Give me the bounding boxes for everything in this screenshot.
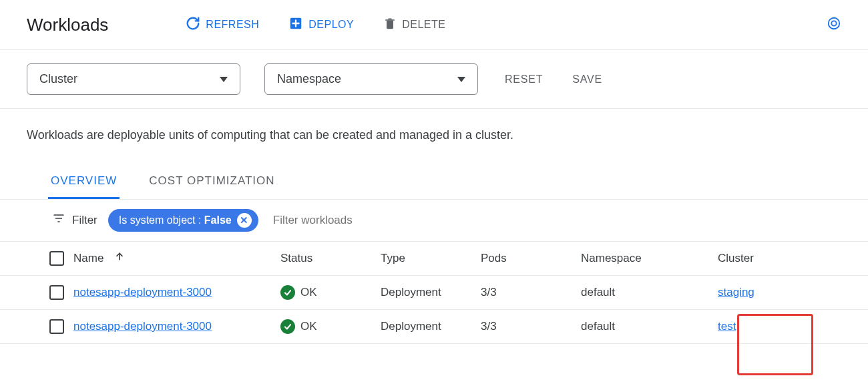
status-cell: OK	[280, 319, 381, 334]
delete-label: DELETE	[402, 19, 445, 31]
filter-label: Filter	[52, 212, 97, 228]
svg-point-2	[831, 21, 836, 25]
namespace-dropdown[interactable]: Namespace	[264, 63, 478, 95]
tab-overview[interactable]: OVERVIEW	[48, 165, 120, 199]
chevron-down-icon	[220, 77, 228, 82]
col-cluster[interactable]: Cluster	[718, 252, 851, 265]
select-all-checkbox[interactable]	[49, 251, 64, 266]
chip-remove-icon[interactable]: ✕	[237, 213, 252, 228]
type-cell: Deployment	[381, 320, 481, 333]
table-header: Name Status Type Pods Namespace Cluster	[0, 242, 868, 276]
table-row: notesapp-deployment-3000 OK Deployment 3…	[0, 276, 868, 310]
save-button[interactable]: SAVE	[570, 71, 605, 88]
svg-point-1	[829, 17, 840, 29]
cluster-link[interactable]: staging	[718, 286, 754, 299]
cluster-link[interactable]: test	[718, 320, 736, 333]
namespace-cell: default	[581, 320, 718, 333]
col-namespace[interactable]: Namespace	[581, 252, 718, 265]
filter-chip[interactable]: Is system object : False ✕	[108, 209, 258, 232]
col-name[interactable]: Name	[73, 251, 280, 265]
status-ok-icon	[280, 319, 295, 334]
workload-name-link[interactable]: notesapp-deployment-3000	[73, 320, 212, 333]
delete-button[interactable]: DELETE	[378, 14, 451, 35]
table-row: notesapp-deployment-3000 OK Deployment 3…	[0, 310, 868, 344]
sort-asc-icon	[114, 251, 125, 265]
filter-icon	[52, 212, 65, 228]
page-title: Workloads	[27, 15, 108, 35]
trash-icon	[383, 17, 397, 33]
workload-name-link[interactable]: notesapp-deployment-3000	[73, 286, 212, 299]
namespace-dropdown-label: Namespace	[277, 72, 341, 86]
row-checkbox[interactable]	[49, 319, 64, 334]
deploy-label: DEPLOY	[308, 19, 354, 31]
tab-cost-optimization[interactable]: COST OPTIMIZATION	[146, 165, 277, 199]
pods-cell: 3/3	[481, 286, 581, 299]
status-cell: OK	[280, 285, 381, 300]
filter-input[interactable]	[269, 210, 816, 231]
learn-icon[interactable]	[827, 16, 841, 34]
deploy-button[interactable]: DEPLOY	[283, 13, 359, 36]
chevron-down-icon	[457, 77, 465, 82]
refresh-label: REFRESH	[206, 19, 259, 31]
refresh-icon	[186, 16, 200, 33]
row-checkbox[interactable]	[49, 285, 64, 300]
col-pods[interactable]: Pods	[481, 252, 581, 265]
status-ok-icon	[280, 285, 295, 300]
refresh-button[interactable]: REFRESH	[180, 13, 264, 36]
type-cell: Deployment	[381, 286, 481, 299]
cluster-dropdown-label: Cluster	[39, 72, 77, 86]
namespace-cell: default	[581, 286, 718, 299]
plus-box-icon	[288, 16, 303, 33]
col-type[interactable]: Type	[381, 252, 481, 265]
col-status[interactable]: Status	[280, 252, 381, 265]
cluster-dropdown[interactable]: Cluster	[27, 63, 240, 95]
description-text: Workloads are deployable units of comput…	[0, 109, 554, 165]
pods-cell: 3/3	[481, 320, 581, 333]
reset-button[interactable]: RESET	[502, 71, 546, 88]
